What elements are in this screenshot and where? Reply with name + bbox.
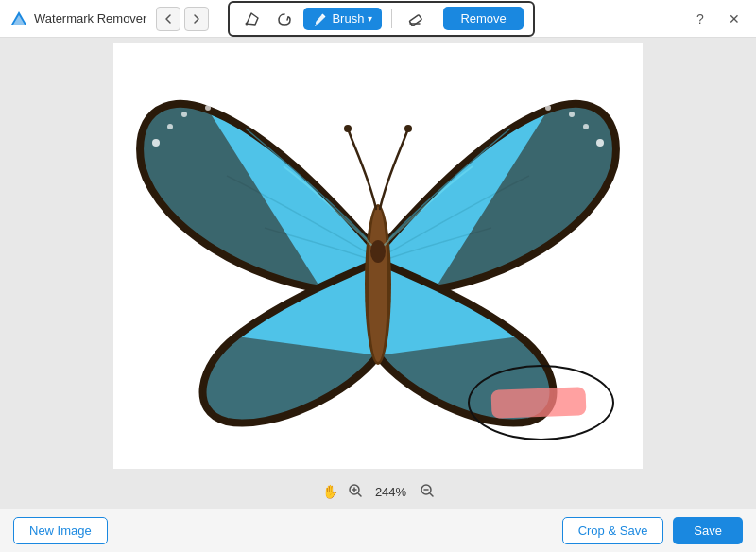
remove-button[interactable]: Remove [443,7,523,30]
toolbar-separator [391,9,392,28]
remove-label: Remove [460,11,506,26]
eraser-tool-button[interactable] [402,6,428,32]
new-image-button[interactable]: New Image [13,517,108,544]
footer-right: Crop & Save Save [562,517,743,544]
svg-line-24 [358,493,361,496]
logo-icon [9,9,28,28]
hand-icon[interactable]: ✋ [322,484,338,499]
help-icon: ? [696,11,704,26]
zoom-in-icon[interactable] [348,483,363,501]
zoom-bar: ✋ 244% [0,474,756,509]
crop-save-label: Crop & Save [578,524,648,538]
crop-save-button[interactable]: Crop & Save [562,517,664,544]
svg-line-27 [430,493,433,496]
save-button[interactable]: Save [673,517,743,544]
svg-point-7 [167,124,173,129]
forward-button[interactable] [184,7,209,31]
new-image-label: New Image [29,524,92,538]
help-button[interactable]: ? [688,7,713,31]
back-button[interactable] [156,7,180,31]
app-title: Watermark Remover [34,11,146,26]
svg-point-11 [596,139,604,147]
brush-arrow: ▾ [368,13,372,24]
svg-point-14 [545,105,551,111]
footer: New Image Crop & Save Save [0,509,756,552]
svg-point-13 [569,112,575,117]
image-container [113,43,643,469]
zoom-level: 244% [372,485,410,499]
svg-point-12 [583,124,589,129]
svg-point-10 [233,105,239,111]
brush-mark [491,387,587,418]
toolbar: Brush ▾ Remove [228,1,534,37]
app-logo: Watermark Remover [9,9,146,28]
svg-point-19 [404,125,412,132]
close-icon: ✕ [729,11,740,26]
nav-buttons [156,7,209,31]
svg-point-15 [517,105,523,111]
svg-point-18 [344,125,352,132]
svg-point-6 [152,139,160,147]
polygon-tool-button[interactable] [239,6,266,32]
svg-point-8 [181,112,187,117]
brush-tool-button[interactable]: Brush ▾ [303,8,382,30]
zoom-out-icon[interactable] [420,483,435,501]
title-bar-right: ? ✕ [688,7,747,31]
svg-point-17 [369,207,387,362]
canvas-area[interactable] [0,38,756,474]
svg-point-2 [246,22,249,25]
close-button[interactable]: ✕ [722,7,747,31]
title-bar: Watermark Remover [0,0,756,38]
svg-point-9 [205,105,211,111]
lasso-tool-button[interactable] [271,6,298,32]
svg-point-20 [370,240,386,263]
brush-label: Brush [332,11,364,26]
save-label: Save [694,524,722,538]
